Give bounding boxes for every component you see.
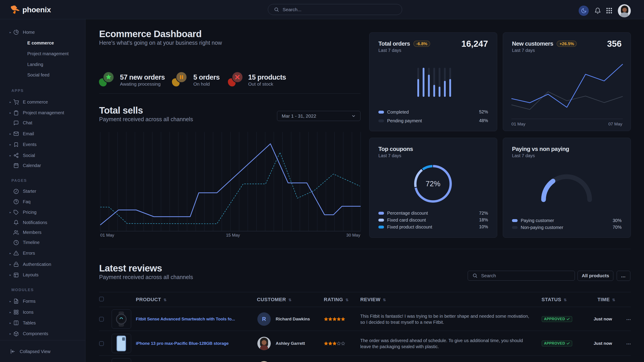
svg-text:72%: 72% — [426, 180, 440, 188]
